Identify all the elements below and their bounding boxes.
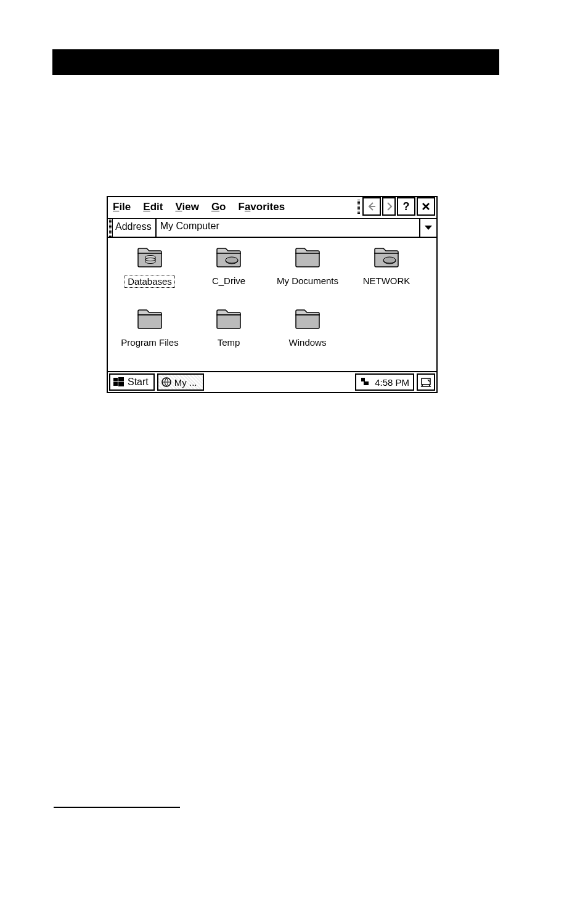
svg-rect-12 [364,381,369,385]
file-item-label: C_Drive [210,275,248,287]
svg-rect-6 [113,378,118,381]
svg-rect-13 [422,378,430,385]
system-tray: 4:58 PM [355,373,414,391]
taskbar: Start My ... 4:58 PM [108,371,436,392]
folder-icon [214,306,243,333]
menubar-row: File Edit View Go Favorites ? [108,197,436,218]
header-black-bar [52,49,499,75]
menubar: File Edit View Go Favorites [108,197,356,217]
file-item-label: My Documents [274,275,341,287]
drive-icon [372,244,401,271]
folder-icon [293,244,322,271]
help-button[interactable]: ? [397,197,415,216]
address-bar: Address My Computer [108,218,436,238]
show-desktop-button[interactable] [417,373,435,391]
address-label: Address [113,219,157,237]
desktop-icon [420,377,431,388]
file-item-databases[interactable]: Databases [110,244,189,306]
svg-rect-7 [118,377,124,381]
drive-icon [214,244,243,271]
taskbar-task-mycomputer[interactable]: My ... [157,373,205,391]
icon-area: Databases C_Drive My Documents NETWORK P… [108,238,436,371]
chevron-down-icon [424,225,433,231]
taskbar-spacer [205,372,354,392]
explorer-window: File Edit View Go Favorites ? Addr [107,196,438,393]
menu-view[interactable]: View [174,201,200,213]
svg-rect-11 [361,378,365,381]
address-dropdown[interactable] [419,219,436,237]
file-item-label: Temp [215,336,243,348]
svg-rect-8 [113,382,118,386]
file-item-my-documents[interactable]: My Documents [268,244,347,306]
svg-point-3 [226,257,238,263]
explorer-icon [161,377,172,388]
back-button[interactable] [362,197,381,216]
svg-point-5 [383,257,396,263]
start-label: Start [128,377,149,388]
database-icon [135,244,165,271]
address-grip [108,219,113,237]
file-item-c-drive[interactable]: C_Drive [189,244,268,306]
start-button[interactable]: Start [109,373,155,391]
toolbar-grip [356,197,361,217]
file-item-network[interactable]: NETWORK [347,244,426,306]
menu-favorites[interactable]: Favorites [237,201,287,213]
taskbar-task-label: My ... [174,377,197,388]
file-item-label: NETWORK [361,275,413,287]
arrow-left-icon [367,202,377,211]
file-item-label: Program Files [118,336,181,348]
windows-logo-icon [113,376,125,388]
folder-icon [293,306,322,333]
tray-status-icon[interactable] [360,377,371,388]
file-item-program-files[interactable]: Program Files [110,306,189,367]
menu-go[interactable]: Go [210,201,227,213]
menu-edit[interactable]: Edit [142,201,164,213]
close-button[interactable] [417,197,435,216]
folder-icon [135,306,165,333]
arrow-right-icon [384,202,394,211]
address-field[interactable]: My Computer [157,219,419,237]
forward-button[interactable] [382,197,396,216]
file-item-windows[interactable]: Windows [268,306,347,367]
svg-rect-9 [118,382,124,386]
file-item-label: Databases [125,275,175,288]
clock: 4:58 PM [375,377,409,388]
menu-file[interactable]: File [112,201,132,213]
help-icon: ? [403,200,410,213]
file-item-temp[interactable]: Temp [189,306,268,367]
close-icon [422,202,430,211]
file-item-label: Windows [287,336,329,348]
footnote-rule [54,807,180,808]
